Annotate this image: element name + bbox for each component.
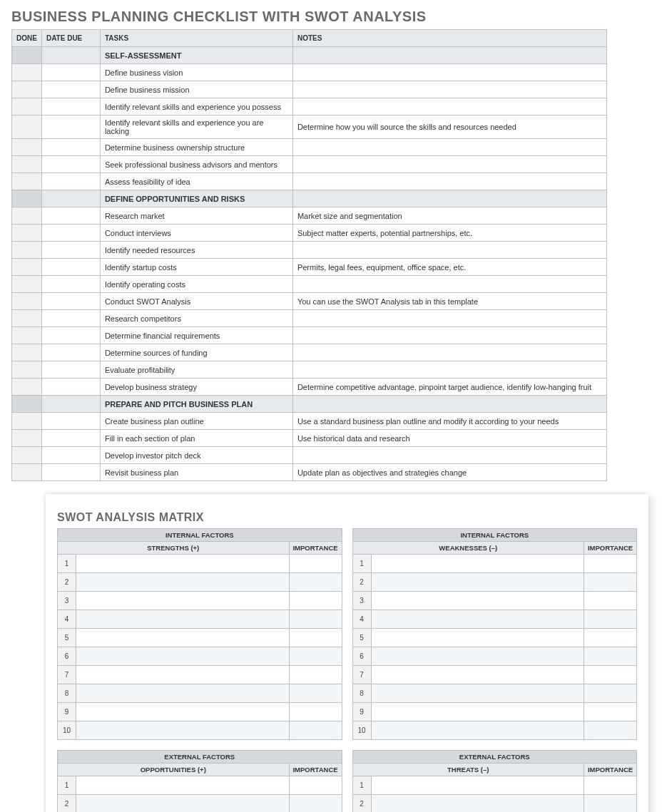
date-cell[interactable] [41,190,100,207]
done-cell[interactable] [12,81,42,98]
date-cell[interactable] [41,327,100,344]
swot-importance-cell[interactable] [289,629,342,647]
swot-item-cell[interactable] [76,555,290,573]
swot-item-cell[interactable] [371,629,584,647]
done-cell[interactable] [12,173,42,190]
done-cell[interactable] [12,156,42,173]
task-cell[interactable]: Determine financial requirements [100,327,292,344]
swot-item-cell[interactable] [76,776,290,795]
task-cell[interactable]: Revisit business plan [100,464,292,481]
swot-item-cell[interactable] [371,647,584,666]
swot-item-cell[interactable] [76,666,290,684]
done-cell[interactable] [12,430,42,447]
swot-importance-cell[interactable] [584,555,637,573]
swot-item-cell[interactable] [371,795,584,813]
swot-item-cell[interactable] [371,684,584,703]
task-cell[interactable]: Identify needed resources [100,242,292,259]
date-cell[interactable] [41,361,100,379]
task-cell[interactable]: Determine business ownership structure [100,139,292,156]
date-cell[interactable] [41,413,100,430]
notes-cell[interactable] [292,139,606,156]
swot-importance-cell[interactable] [289,721,342,740]
date-cell[interactable] [41,64,100,81]
notes-cell[interactable]: Market size and segmentation [292,207,606,225]
notes-cell[interactable]: Determine competitive advantage, pinpoin… [292,379,606,396]
swot-item-cell[interactable] [371,776,584,795]
done-cell[interactable] [12,361,42,379]
swot-importance-cell[interactable] [289,795,342,813]
swot-importance-cell[interactable] [289,573,342,592]
swot-importance-cell[interactable] [584,573,637,592]
task-cell[interactable]: Research competitors [100,310,292,327]
notes-cell[interactable] [292,276,606,293]
task-cell[interactable]: Develop investor pitch deck [100,447,292,464]
swot-item-cell[interactable] [76,629,290,647]
notes-cell[interactable] [292,327,606,344]
swot-importance-cell[interactable] [584,666,637,684]
done-cell[interactable] [12,259,42,276]
done-cell[interactable] [12,276,42,293]
date-cell[interactable] [41,156,100,173]
task-cell[interactable]: Develop business strategy [100,379,292,396]
done-cell[interactable] [12,447,42,464]
date-cell[interactable] [41,98,100,115]
date-cell[interactable] [41,81,100,98]
swot-item-cell[interactable] [76,592,290,610]
date-cell[interactable] [41,430,100,447]
notes-cell[interactable] [292,447,606,464]
task-cell[interactable]: Identify startup costs [100,259,292,276]
swot-item-cell[interactable] [76,684,290,703]
done-cell[interactable] [12,64,42,81]
date-cell[interactable] [41,310,100,327]
swot-importance-cell[interactable] [584,592,637,610]
notes-cell[interactable] [292,64,606,81]
task-cell[interactable]: Conduct SWOT Analysis [100,293,292,310]
date-cell[interactable] [41,207,100,225]
task-cell[interactable]: Define business vision [100,64,292,81]
swot-item-cell[interactable] [371,573,584,592]
notes-cell[interactable] [292,190,606,207]
date-cell[interactable] [41,225,100,242]
date-cell[interactable] [41,276,100,293]
swot-importance-cell[interactable] [289,555,342,573]
task-cell[interactable]: Evaluate profitability [100,361,292,379]
done-cell[interactable] [12,225,42,242]
done-cell[interactable] [12,98,42,115]
date-cell[interactable] [41,379,100,396]
done-cell[interactable] [12,413,42,430]
notes-cell[interactable] [292,361,606,379]
done-cell[interactable] [12,344,42,361]
swot-importance-cell[interactable] [289,666,342,684]
notes-cell[interactable] [292,242,606,259]
notes-cell[interactable]: You can use the SWOT Analysis tab in thi… [292,293,606,310]
done-cell[interactable] [12,327,42,344]
notes-cell[interactable]: Determine how you will source the skills… [292,115,606,139]
date-cell[interactable] [41,447,100,464]
swot-importance-cell[interactable] [584,776,637,795]
task-cell[interactable]: Conduct interviews [100,225,292,242]
swot-importance-cell[interactable] [289,703,342,721]
notes-cell[interactable] [292,81,606,98]
swot-item-cell[interactable] [371,555,584,573]
notes-cell[interactable] [292,344,606,361]
notes-cell[interactable] [292,173,606,190]
swot-importance-cell[interactable] [584,795,637,813]
task-cell[interactable]: Create business plan outline [100,413,292,430]
swot-importance-cell[interactable] [584,629,637,647]
date-cell[interactable] [41,259,100,276]
swot-item-cell[interactable] [76,647,290,666]
task-cell[interactable]: Determine sources of funding [100,344,292,361]
swot-item-cell[interactable] [371,592,584,610]
notes-cell[interactable]: Subject matter experts, potential partne… [292,225,606,242]
date-cell[interactable] [41,242,100,259]
done-cell[interactable] [12,242,42,259]
date-cell[interactable] [41,344,100,361]
done-cell[interactable] [12,293,42,310]
notes-cell[interactable] [292,156,606,173]
swot-item-cell[interactable] [76,573,290,592]
swot-importance-cell[interactable] [289,647,342,666]
date-cell[interactable] [41,139,100,156]
swot-item-cell[interactable] [76,610,290,629]
notes-cell[interactable]: Use historical data and research [292,430,606,447]
done-cell[interactable] [12,190,42,207]
